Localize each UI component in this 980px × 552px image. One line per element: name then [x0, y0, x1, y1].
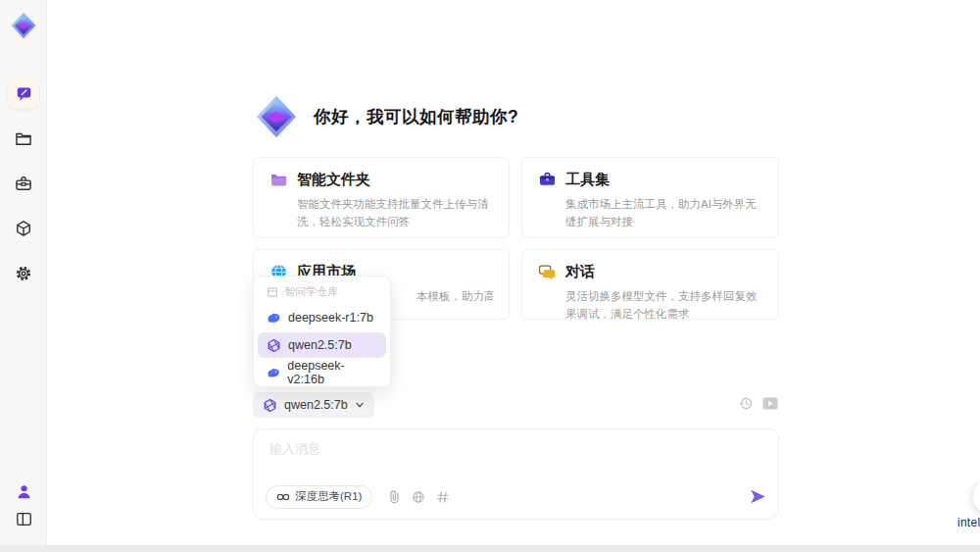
- sidebar: [0, 0, 47, 545]
- folder-purple-icon: [270, 171, 288, 189]
- selected-model-label: qwen2.5:7b: [284, 398, 348, 412]
- composer-top-icons: [739, 396, 778, 411]
- model-option-deepseek-r1[interactable]: deepseek-r1:7b: [258, 305, 386, 330]
- deep-think-toggle[interactable]: 深度思考(R1): [266, 485, 372, 509]
- sidebar-item-models[interactable]: [8, 213, 39, 244]
- app-window: 你好，我可以如何帮助你? 智能文件夹 智能文件夹功能支持批量文件上传与清洗，轻松…: [0, 0, 980, 552]
- model-option-qwen[interactable]: qwen2.5:7b: [258, 332, 386, 358]
- deepseek-whale-icon: [267, 311, 281, 326]
- sidebar-item-tools[interactable]: [8, 168, 39, 199]
- message-input[interactable]: [268, 438, 758, 477]
- chevron-down-icon: [355, 400, 365, 410]
- card-title: 智能文件夹: [297, 171, 370, 189]
- download-fab-button[interactable]: [973, 478, 980, 514]
- infinity-icon: [276, 492, 290, 502]
- model-dropdown-menu: 智问学仓库 deepseek-r1:7b qwen2.5:7b: [253, 276, 391, 387]
- qwen-icon: [267, 338, 281, 353]
- qwen-icon: [263, 398, 277, 413]
- repository-icon: [267, 286, 278, 298]
- card-dialogue[interactable]: 对话 灵活切换多模型文件，支持多样回复效果调试，满足个性化需求: [521, 249, 779, 320]
- chat-bubble-icon: [15, 84, 33, 103]
- history-icon[interactable]: [739, 396, 754, 411]
- gear-icon: [14, 264, 33, 283]
- intel-wordmark: intel: [957, 516, 980, 529]
- bottom-edge-strip: [0, 545, 980, 552]
- sidebar-item-settings[interactable]: [8, 258, 39, 289]
- greeting-title: 你好，我可以如何帮助你?: [314, 105, 518, 128]
- hash-grid-icon[interactable]: [436, 490, 450, 504]
- card-title: 对话: [565, 263, 595, 281]
- folder-icon: [14, 128, 33, 148]
- model-option-deepseek-v2[interactable]: deepseek-v2:16b: [258, 360, 386, 385]
- send-button[interactable]: [750, 488, 766, 505]
- composer-attachments: [388, 489, 450, 504]
- toolbox-blue-icon: [538, 171, 557, 189]
- card-description: 智能文件夹功能支持批量文件上传与清洗，轻松实现文件问答: [270, 196, 493, 231]
- globe-icon[interactable]: [412, 490, 425, 504]
- card-description: 灵活切换多模型文件，支持多样回复效果调试，满足个性化需求: [538, 288, 762, 324]
- sidebar-item-collapse[interactable]: [8, 503, 39, 534]
- send-icon: [750, 488, 766, 505]
- composer-toolbar: 深度思考(R1): [266, 484, 766, 509]
- chat-gold-icon: [538, 263, 557, 281]
- split-panel-icon: [15, 510, 33, 528]
- card-description: 集成市场上主流工具，助力AI与外界无缝扩展与对接: [538, 196, 762, 231]
- app-logo-icon: [9, 11, 38, 40]
- main-content: 你好，我可以如何帮助你? 智能文件夹 智能文件夹功能支持批量文件上传与清洗，轻松…: [47, 0, 980, 545]
- assistant-logo-icon: [253, 93, 300, 140]
- message-composer: 深度思考(R1): [253, 428, 779, 520]
- sidebar-item-chat[interactable]: [8, 77, 39, 109]
- intel-core-badge: intel core ultra: [956, 516, 980, 537]
- model-selector-button[interactable]: qwen2.5:7b: [253, 392, 374, 418]
- card-smart-folder[interactable]: 智能文件夹 智能文件夹功能支持批量文件上传与清洗，轻松实现文件问答: [253, 157, 510, 238]
- sidebar-item-files[interactable]: [8, 123, 39, 154]
- deepseek-whale-icon: [267, 366, 280, 380]
- greeting: 你好，我可以如何帮助你?: [253, 93, 518, 140]
- card-title: 工具集: [565, 171, 610, 189]
- cube-icon: [14, 219, 33, 238]
- intel-tier-label: ultra: [956, 530, 980, 537]
- toolbox-icon: [14, 174, 33, 193]
- paperclip-icon[interactable]: [388, 489, 401, 504]
- video-icon[interactable]: [762, 397, 778, 410]
- card-toolset[interactable]: 工具集 集成市场上主流工具，助力AI与外界无缝扩展与对接: [521, 157, 779, 238]
- model-dropdown-header: 智问学仓库: [258, 282, 386, 305]
- user-icon: [15, 482, 33, 501]
